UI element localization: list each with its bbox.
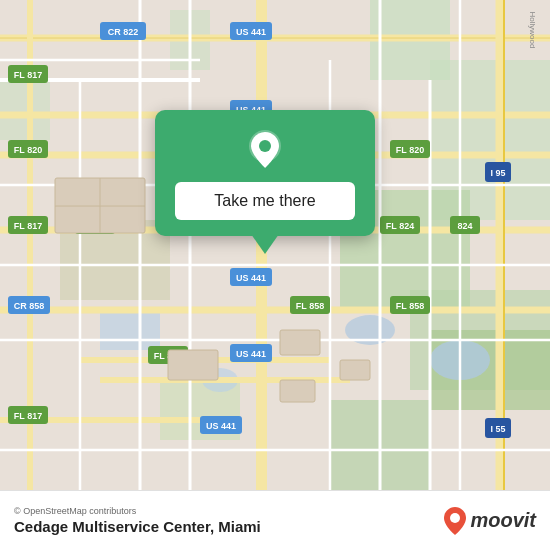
svg-point-95	[450, 513, 460, 523]
map-container[interactable]: CR 822 US 441 US 441 FL 817 FL 820 FL 82…	[0, 0, 550, 490]
svg-text:Hollywood: Hollywood	[528, 12, 537, 49]
svg-rect-92	[340, 360, 370, 380]
location-pin-icon	[243, 128, 287, 172]
popup-card: Take me there	[155, 110, 375, 236]
svg-text:US 441: US 441	[236, 349, 266, 359]
svg-rect-89	[168, 350, 218, 380]
svg-text:FL 817: FL 817	[14, 221, 42, 231]
svg-text:I 55: I 55	[490, 424, 505, 434]
svg-text:US 441: US 441	[236, 273, 266, 283]
bottom-bar: © OpenStreetMap contributors Cedage Mult…	[0, 490, 550, 550]
attribution-text: © OpenStreetMap contributors	[14, 506, 261, 516]
location-name: Cedage Multiservice Center, Miami	[14, 518, 261, 535]
moovit-brand-text: moovit	[470, 509, 536, 532]
svg-text:US 441: US 441	[236, 27, 266, 37]
svg-text:FL 817: FL 817	[14, 411, 42, 421]
svg-text:FL 817: FL 817	[14, 70, 42, 80]
svg-text:FL 820: FL 820	[396, 145, 424, 155]
svg-text:FL 858: FL 858	[296, 301, 324, 311]
svg-text:824: 824	[457, 221, 472, 231]
svg-rect-91	[280, 380, 315, 402]
svg-text:FL 858: FL 858	[396, 301, 424, 311]
svg-text:I 95: I 95	[490, 168, 505, 178]
svg-rect-90	[280, 330, 320, 355]
bottom-left: © OpenStreetMap contributors Cedage Mult…	[14, 506, 261, 535]
svg-rect-5	[0, 80, 50, 140]
svg-text:FL 824: FL 824	[386, 221, 414, 231]
svg-point-94	[259, 140, 271, 152]
svg-text:CR 858: CR 858	[14, 301, 45, 311]
svg-rect-13	[100, 310, 160, 350]
svg-text:FL 820: FL 820	[14, 145, 42, 155]
svg-text:CR 822: CR 822	[108, 27, 139, 37]
moovit-logo: moovit	[444, 507, 536, 535]
moovit-pin-icon	[444, 507, 466, 535]
svg-text:US 441: US 441	[206, 421, 236, 431]
take-me-there-button[interactable]: Take me there	[175, 182, 355, 220]
